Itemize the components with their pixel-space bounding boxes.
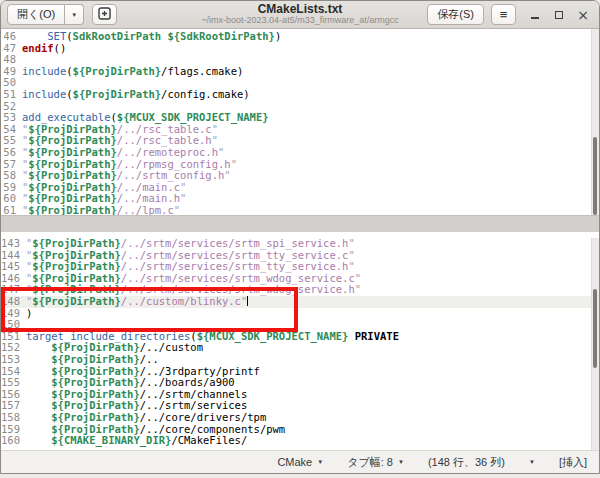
line-number: 150: [1, 319, 26, 331]
tab-width-label: タブ幅: 8: [347, 455, 393, 470]
code-text[interactable]: ): [26, 308, 599, 320]
code-line-160[interactable]: 160 ${CMAKE_BINARY_DIR}/CMakeFiles/: [1, 435, 599, 447]
code-text[interactable]: endif(): [22, 43, 599, 55]
line-number: 153: [1, 354, 26, 366]
scrollbar-track-top[interactable]: [591, 29, 599, 215]
code-line-61[interactable]: 61"${ProjDirPath}/../lpm.c": [1, 205, 599, 215]
window-title: CMakeLists.txt: [140, 3, 460, 16]
goto-line-dropdown[interactable]: ▼: [529, 459, 535, 465]
splice-gray-band: [1, 215, 599, 232]
line-number: 58: [1, 170, 22, 182]
open-split-button: 開く(O) ▼: [7, 4, 84, 25]
text-editor-area[interactable]: 46 SET(SdkRootDirPath ${SdkRootDirPath})…: [1, 29, 599, 450]
statusbar: CMake ▼ タブ幅: 8 ▼ (148 行、36 列) ▼ [挿入]: [1, 450, 599, 473]
new-tab-icon: [98, 7, 111, 22]
code-text[interactable]: "${ProjDirPath}/../lpm.c": [22, 205, 599, 215]
line-number: 61: [1, 205, 22, 215]
window-subtitle: ~/imx-boot-2023.04-at5/m33_firmware_at/a…: [140, 16, 460, 26]
cursor-position-label: (148 行、36 列): [428, 455, 505, 470]
line-number: 155: [1, 377, 26, 389]
language-selector[interactable]: CMake ▼: [277, 456, 323, 468]
line-number: 56: [1, 147, 22, 159]
code-text[interactable]: "${ProjDirPath}/../custom/blinky.c": [26, 296, 599, 308]
code-text[interactable]: include(${ProjDirPath}/flags.cmake): [22, 66, 599, 78]
splice-divider: [1, 215, 599, 238]
maximize-icon: [555, 11, 563, 19]
line-number: 53: [1, 112, 22, 124]
hamburger-icon: ≡: [500, 7, 508, 22]
code-text[interactable]: SET(SdkRootDirPath ${SdkRootDirPath}): [22, 31, 599, 43]
close-icon: ×: [577, 8, 589, 22]
titlebar: 開く(O) ▼ CMakeLists.txt ~/imx-boot-2023.0…: [1, 1, 599, 29]
save-button[interactable]: 保存(S): [427, 4, 484, 25]
title-block: CMakeLists.txt ~/imx-boot-2023.04-at5/m3…: [140, 3, 460, 26]
maximize-button[interactable]: [553, 9, 565, 21]
line-number: 143: [1, 238, 26, 250]
chevron-down-icon: ▼: [529, 459, 535, 465]
code-line-49[interactable]: 49include(${ProjDirPath}/flags.cmake): [1, 66, 599, 78]
line-number: 46: [1, 31, 22, 43]
chevron-down-icon: ▼: [317, 459, 323, 465]
line-number: 51: [1, 89, 22, 101]
open-dropdown-button[interactable]: ▼: [65, 4, 84, 25]
menu-button[interactable]: ≡: [491, 4, 516, 25]
code-line-47[interactable]: 47endif(): [1, 43, 599, 55]
code-text[interactable]: include(${ProjDirPath}/config.cmake): [22, 89, 599, 101]
line-number: 148: [1, 296, 26, 308]
code-pane-top: 46 SET(SdkRootDirPath ${SdkRootDirPath})…: [1, 29, 599, 215]
code-line-46[interactable]: 46 SET(SdkRootDirPath ${SdkRootDirPath}): [1, 31, 599, 43]
editor-window: 開く(O) ▼ CMakeLists.txt ~/imx-boot-2023.0…: [0, 0, 600, 474]
chevron-down-icon: ▼: [71, 12, 77, 18]
tab-width-selector[interactable]: タブ幅: 8 ▼: [347, 455, 404, 470]
code-line-51[interactable]: 51include(${ProjDirPath}/config.cmake): [1, 89, 599, 101]
code-line-149[interactable]: 149): [1, 308, 599, 320]
open-button[interactable]: 開く(O): [7, 4, 65, 25]
scrollbar-thumb-top[interactable]: [593, 137, 597, 215]
chevron-down-icon: ▼: [398, 459, 404, 465]
minimize-icon: [531, 17, 539, 19]
line-number: 160: [1, 435, 26, 447]
insert-mode-indicator: [挿入]: [559, 455, 587, 470]
code-text[interactable]: ${CMAKE_BINARY_DIR}/CMakeFiles/: [26, 435, 599, 447]
scrollbar-thumb-bottom[interactable]: [593, 289, 597, 368]
code-line-148[interactable]: 148"${ProjDirPath}/../custom/blinky.c": [1, 296, 599, 308]
line-number: 158: [1, 412, 26, 424]
close-button[interactable]: ×: [577, 9, 589, 21]
new-document-button[interactable]: [92, 4, 117, 25]
cursor-position[interactable]: (148 行、36 列): [428, 455, 505, 470]
language-label: CMake: [277, 456, 312, 468]
code-pane-bottom: 143"${ProjDirPath}/../srtm/services/srtm…: [1, 238, 599, 450]
text-cursor: [247, 296, 248, 306]
scrollbar-track-bottom[interactable]: [591, 238, 599, 450]
minimize-button[interactable]: [529, 9, 541, 21]
